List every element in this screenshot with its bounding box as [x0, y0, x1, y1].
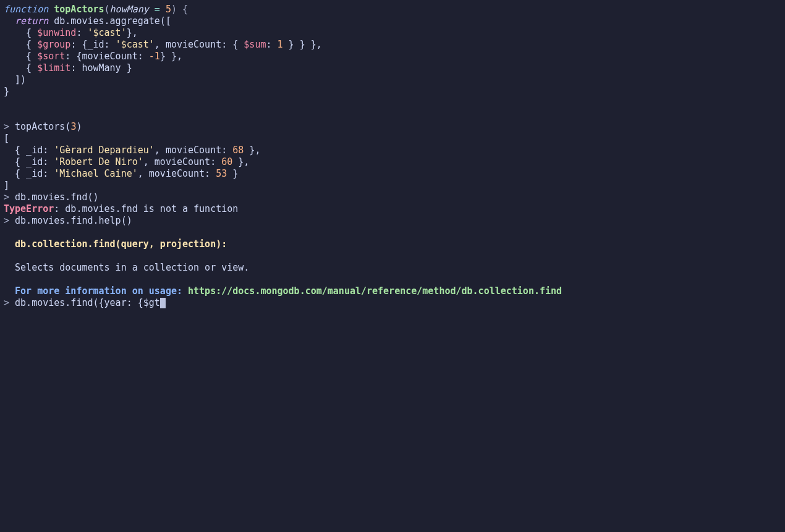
help-url[interactable]: https://docs.mongodb.com/manual/referenc… [188, 285, 562, 297]
error-line: TypeError: db.movies.fnd is not a functi… [4, 203, 781, 215]
code-line-8: } [4, 86, 781, 98]
code-line-7: ]) [4, 74, 781, 86]
blank-line [4, 98, 781, 109]
blank-line [4, 250, 781, 262]
terminal-output[interactable]: function topActors(howMany = 5) { return… [4, 4, 781, 309]
result-row-1: { _id: 'Gèrard Depardieu', movieCount: 6… [4, 145, 781, 156]
help-link-line: For more information on usage: https://d… [4, 285, 781, 297]
code-line-2: return db.movies.aggregate([ [4, 15, 781, 27]
current-prompt-line[interactable]: > db.movies.find({year: {$gt [4, 297, 781, 309]
code-line-3: { $unwind: '$cast'}, [4, 27, 781, 39]
result-row-3: { _id: 'Michael Caine', movieCount: 53 } [4, 168, 781, 180]
result-row-2: { _id: 'Robert De Niro', movieCount: 60 … [4, 156, 781, 168]
result-close: ] [4, 180, 781, 192]
blank-line [4, 274, 781, 285]
code-line-4: { $group: {_id: '$cast', movieCount: { $… [4, 39, 781, 51]
result-open: [ [4, 133, 781, 145]
code-line-5: { $sort: {movieCount: -1} }, [4, 51, 781, 62]
cursor-icon [160, 298, 166, 308]
prompt-line-error: > db.movies.fnd() [4, 192, 781, 203]
prompt-line-call: > topActors(3) [4, 121, 781, 133]
help-description: Selects documents in a collection or vie… [4, 262, 781, 274]
prompt-line-help: > db.movies.find.help() [4, 215, 781, 227]
code-line-6: { $limit: howMany } [4, 62, 781, 74]
code-line-1: function topActors(howMany = 5) { [4, 4, 781, 15]
blank-line [4, 227, 781, 239]
blank-line [4, 109, 781, 121]
help-signature: db.collection.find(query, projection): [4, 239, 781, 250]
